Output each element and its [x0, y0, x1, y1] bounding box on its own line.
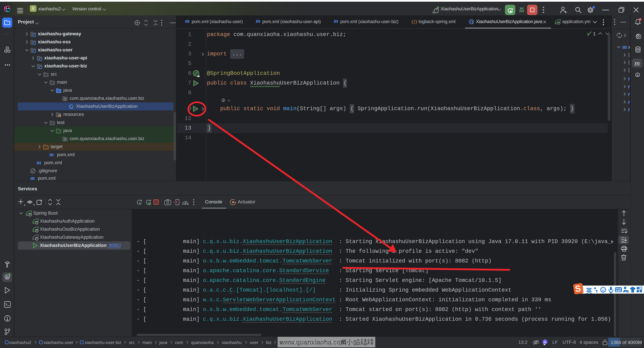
svg-text:g: g	[627, 291, 628, 293]
